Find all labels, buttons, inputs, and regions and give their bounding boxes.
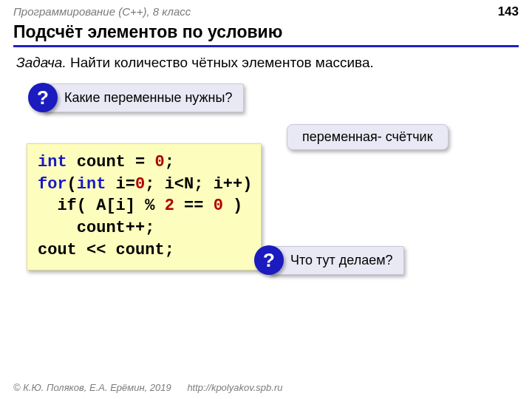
code-t: count++; [38, 219, 154, 237]
code-kw: for [38, 175, 67, 194]
code-t: cout << count; [38, 241, 174, 259]
task-line: Задача. Найти количество чётных элементо… [16, 55, 516, 71]
page-number: 143 [498, 4, 519, 19]
code-num: 0 [135, 175, 145, 194]
title-bar: Подсчёт элементов по условию [13, 22, 519, 47]
code-t: if( A[i] % [38, 197, 165, 215]
question-text-1: Какие переменные нужны? [43, 83, 244, 112]
code-num: 0 [154, 153, 164, 171]
code-t: i= [106, 175, 135, 194]
code-num: 0 [214, 197, 223, 215]
code-t: ( [67, 175, 77, 194]
code-t: ; [165, 153, 174, 171]
question-callout-1: ? Какие переменные нужны? [28, 83, 244, 112]
course-label: Программирование (C++), 8 класс [13, 5, 191, 18]
footer: © К.Ю. Поляков, Е.А. Ерёмин, 2019 http:/… [13, 382, 282, 393]
code-kw: int [38, 153, 67, 171]
task-label: Задача. [16, 55, 66, 70]
task-text: Найти количество чётных элементов массив… [66, 55, 374, 70]
question-callout-2: ? Что тут делаем? [254, 245, 404, 275]
code-kw: int [77, 175, 106, 194]
code-t: ) [223, 197, 242, 215]
question-mark-icon: ? [28, 83, 58, 112]
copyright: © К.Ю. Поляков, Е.А. Ерёмин, 2019 [13, 382, 171, 393]
code-t: == [174, 197, 214, 215]
code-block: int count = 0; for(int i=0; i<N; i++) if… [27, 143, 262, 270]
code-num: 2 [165, 197, 174, 215]
slide-title: Подсчёт элементов по условию [13, 22, 282, 41]
code-t: count = [67, 153, 155, 171]
header-row: Программирование (C++), 8 класс 143 [0, 0, 532, 21]
annotation-box: переменная- счётчик [287, 124, 449, 150]
footer-link: http://kpolyakov.spb.ru [187, 382, 282, 393]
question-text-2: Что тут делаем? [269, 246, 404, 275]
code-t: ; i<N; i++) [145, 175, 252, 194]
question-mark-icon: ? [254, 245, 284, 275]
